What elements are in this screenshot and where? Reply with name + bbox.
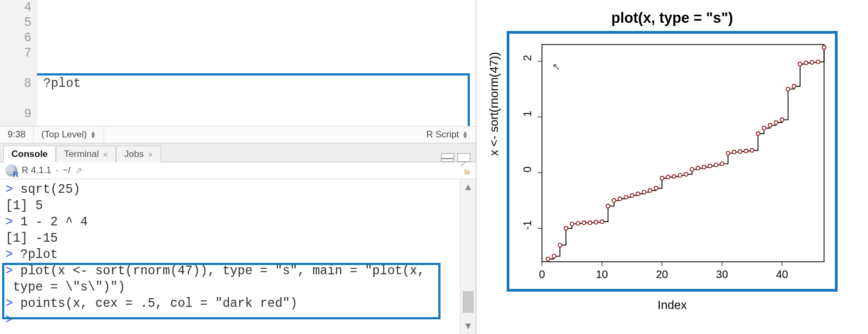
scroll-track[interactable] xyxy=(461,195,476,318)
close-icon[interactable]: × xyxy=(103,150,108,159)
console-text[interactable]: > sqrt(25) [1] 5 > 1 - 2 ^ 4 [1] -15 > ?… xyxy=(0,179,460,334)
source-editor[interactable]: 4 5 6 7 8 9 ?plot # Simple quantiles/ECD… xyxy=(0,0,476,126)
svg-point-40 xyxy=(672,175,676,179)
code-line[interactable] xyxy=(43,30,476,46)
svg-point-20 xyxy=(552,254,556,258)
svg-point-59 xyxy=(786,87,790,91)
svg-point-30 xyxy=(612,199,616,203)
svg-point-43 xyxy=(690,167,694,171)
svg-point-33 xyxy=(630,194,634,198)
popout-icon[interactable]: ⇗ xyxy=(75,165,82,177)
gutter-line xyxy=(0,91,31,106)
plot-panel: plot(x, type = "s") x <- sort(rnorm(47))… xyxy=(476,0,868,334)
gutter-line xyxy=(0,61,31,76)
scroll-up-icon[interactable]: ▲ xyxy=(463,179,473,195)
svg-point-36 xyxy=(648,188,652,192)
minimize-pane-button[interactable] xyxy=(441,153,454,162)
svg-point-52 xyxy=(744,149,748,153)
svg-point-62 xyxy=(804,61,808,65)
plot-ylabel: x <- sort(rnorm(47)) xyxy=(487,52,501,156)
maximize-pane-button[interactable] xyxy=(457,153,470,162)
svg-point-55 xyxy=(762,126,766,130)
gutter-line: 5 xyxy=(0,15,31,30)
svg-point-22 xyxy=(564,226,568,230)
r-version-label: R 4.1.1 xyxy=(22,165,52,176)
working-dir-label[interactable]: ~/ xyxy=(63,165,71,176)
tab-terminal[interactable]: Terminal × xyxy=(56,146,116,162)
plot-title: plot(x, type = "s") xyxy=(611,10,733,27)
svg-point-35 xyxy=(642,190,646,194)
close-icon[interactable]: × xyxy=(148,150,153,159)
r-logo-icon xyxy=(5,165,17,177)
plot-frame: 010203040-1012 xyxy=(507,31,838,292)
svg-point-23 xyxy=(570,222,574,226)
svg-point-63 xyxy=(810,60,814,64)
svg-text:0: 0 xyxy=(521,166,533,172)
svg-point-53 xyxy=(750,148,754,152)
gutter-line: 8 xyxy=(0,76,31,91)
svg-point-25 xyxy=(582,221,586,225)
code-line[interactable]: ?plot xyxy=(43,76,476,91)
svg-text:1: 1 xyxy=(521,111,533,117)
svg-point-47 xyxy=(714,163,718,167)
filetype-selector[interactable]: R Script ▲▼ xyxy=(419,129,476,140)
editor-code-area[interactable]: ?plot # Simple quantiles/ECDF, see ecdf(… xyxy=(37,0,476,126)
svg-text:-1: -1 xyxy=(521,220,533,230)
svg-rect-0 xyxy=(542,45,824,262)
svg-point-34 xyxy=(636,192,640,196)
clear-console-button[interactable] xyxy=(458,165,470,177)
svg-point-26 xyxy=(588,221,592,225)
updown-icon: ▲▼ xyxy=(90,131,96,138)
updown-icon: ▲▼ xyxy=(462,131,468,138)
svg-point-61 xyxy=(798,62,802,66)
console-output[interactable]: > sqrt(25) [1] 5 > 1 - 2 ^ 4 [1] -15 > ?… xyxy=(0,179,476,334)
scroll-down-icon[interactable]: ▼ xyxy=(463,318,473,334)
dot-separator: · xyxy=(56,165,59,176)
svg-point-37 xyxy=(654,186,658,190)
svg-text:0: 0 xyxy=(539,268,545,280)
svg-point-49 xyxy=(726,152,730,155)
svg-point-41 xyxy=(678,174,682,178)
svg-text:20: 20 xyxy=(656,268,668,280)
gutter-line: 9 xyxy=(0,106,31,122)
svg-point-50 xyxy=(732,150,736,154)
svg-point-32 xyxy=(624,196,628,199)
cursor-position-indicator[interactable]: 9:38 xyxy=(0,127,34,143)
tab-jobs[interactable]: Jobs × xyxy=(116,146,161,162)
scope-selector[interactable]: (Top Level) ▲▼ xyxy=(34,127,104,143)
tab-console[interactable]: Console xyxy=(3,146,56,162)
svg-point-42 xyxy=(684,173,688,177)
pane-window-controls xyxy=(441,153,476,162)
svg-point-24 xyxy=(576,222,580,225)
svg-point-38 xyxy=(660,177,664,180)
svg-point-65 xyxy=(822,46,826,49)
svg-point-48 xyxy=(720,162,724,166)
gutter-line: 7 xyxy=(0,46,31,61)
svg-point-29 xyxy=(606,204,610,208)
svg-text:30: 30 xyxy=(716,268,728,280)
svg-point-19 xyxy=(546,257,550,261)
gutter-line: 6 xyxy=(0,30,31,46)
svg-point-46 xyxy=(708,164,712,168)
svg-text:40: 40 xyxy=(776,268,788,280)
console-header: R 4.1.1 · ~/ ⇗ xyxy=(0,162,476,179)
svg-point-27 xyxy=(594,220,598,224)
plot-canvas: 010203040-1012 xyxy=(509,34,835,289)
svg-text:10: 10 xyxy=(596,268,608,280)
code-line[interactable] xyxy=(43,122,476,126)
svg-point-57 xyxy=(774,121,778,124)
console-scrollbar[interactable]: ▲ ▼ xyxy=(460,179,476,334)
svg-point-60 xyxy=(792,85,796,89)
editor-statusbar: 9:38 (Top Level) ▲▼ R Script ▲▼ xyxy=(0,126,476,143)
svg-point-51 xyxy=(738,150,742,154)
scroll-thumb[interactable] xyxy=(463,291,474,313)
svg-point-44 xyxy=(696,166,700,170)
svg-point-45 xyxy=(702,165,706,169)
svg-point-21 xyxy=(558,243,562,247)
svg-point-56 xyxy=(768,123,772,127)
svg-point-58 xyxy=(780,118,784,122)
svg-point-64 xyxy=(816,60,820,64)
svg-point-31 xyxy=(618,197,622,201)
console-tabrow: Console Terminal × Jobs × xyxy=(0,143,476,162)
svg-point-39 xyxy=(666,175,670,179)
